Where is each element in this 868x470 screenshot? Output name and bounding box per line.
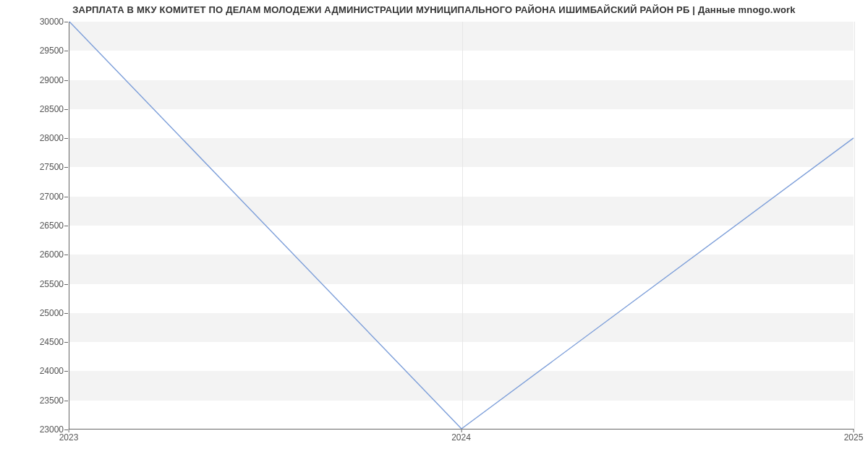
y-tick-label: 25500 bbox=[40, 279, 64, 289]
y-tick-label: 26500 bbox=[40, 221, 64, 231]
y-tick-label: 26000 bbox=[40, 249, 64, 260]
y-tick-label: 30000 bbox=[40, 17, 64, 27]
y-tick-label: 24000 bbox=[40, 366, 64, 376]
y-tick-label: 23500 bbox=[40, 396, 64, 406]
chart-container: ЗАРПЛАТА В МКУ КОМИТЕТ ПО ДЕЛАМ МОЛОДЕЖИ… bbox=[0, 0, 868, 470]
chart-title: ЗАРПЛАТА В МКУ КОМИТЕТ ПО ДЕЛАМ МОЛОДЕЖИ… bbox=[0, 4, 868, 15]
vertical-gridline bbox=[854, 22, 855, 429]
y-tick-label: 29500 bbox=[40, 46, 64, 56]
x-tick-label: 2024 bbox=[451, 432, 471, 443]
y-tick-label: 28500 bbox=[40, 104, 64, 114]
line-series bbox=[69, 22, 854, 429]
y-tick-label: 27000 bbox=[40, 192, 64, 202]
x-tick-label: 2023 bbox=[59, 432, 79, 443]
plot-area bbox=[69, 22, 854, 430]
y-tick-label: 29000 bbox=[40, 75, 64, 85]
x-tick-label: 2025 bbox=[844, 432, 864, 443]
y-tick-label: 27500 bbox=[40, 162, 64, 172]
y-tick-label: 24500 bbox=[40, 337, 64, 347]
y-tick-label: 28000 bbox=[40, 133, 64, 143]
y-tick-label: 25000 bbox=[40, 308, 64, 318]
